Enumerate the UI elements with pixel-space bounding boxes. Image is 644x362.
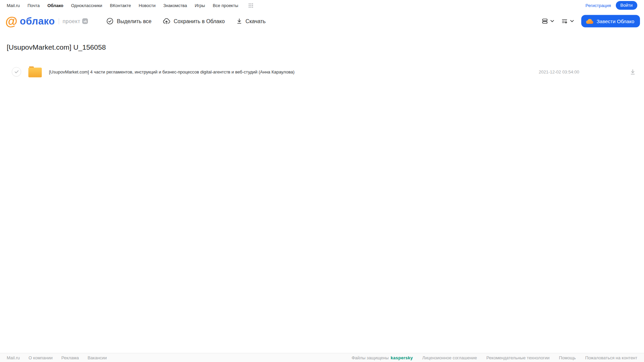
page-title: [UsupovMarket.com] U_156058 (7, 43, 644, 51)
cloud-upload-icon (163, 18, 170, 25)
cloud-logo[interactable]: @ облако проект vk (5, 15, 88, 28)
footer-link-license[interactable]: Лицензионное соглашение (422, 355, 477, 360)
topnav-cloud[interactable]: Облако (47, 3, 63, 8)
chevron-down-icon (570, 20, 574, 22)
footer-link-ads[interactable]: Реклама (61, 355, 79, 360)
protected-label: Файлы защищены (352, 355, 389, 360)
topnav-games[interactable]: Игры (195, 3, 205, 8)
check-circle-icon (106, 18, 113, 25)
portal-topbar: Mail.ru Почта Облако Одноклассники ВКонт… (0, 0, 644, 9)
topnav-all-projects[interactable]: Все проекты (213, 3, 238, 8)
download-button[interactable]: Скачать (236, 18, 266, 24)
footer-link-about[interactable]: О компании (29, 355, 53, 360)
registration-link[interactable]: Регистрация (586, 3, 611, 8)
files-protected-note: Файлы защищены kaspersky (352, 355, 413, 360)
topnav-mail[interactable]: Почта (28, 3, 40, 8)
topnav-news[interactable]: Новости (139, 3, 155, 8)
portal-nav: Mail.ru Почта Облако Одноклассники ВКонт… (7, 3, 253, 8)
header: @ облако проект vk Выделить все (0, 11, 644, 31)
footer-link-report-content[interactable]: Пожаловаться на контент (585, 355, 637, 360)
download-label: Скачать (246, 18, 266, 24)
topnav-dating[interactable]: Знакомства (163, 3, 187, 8)
cloud-icon (586, 18, 594, 24)
topbar-auth: Регистрация Войти (586, 1, 637, 10)
footer-link-mailru[interactable]: Mail.ru (7, 355, 20, 360)
file-list: [UsupovMarket.com] 4 части регламентов, … (0, 65, 644, 79)
footer: Mail.ru О компании Реклама Вакансии Файл… (0, 353, 644, 362)
check-icon (14, 70, 19, 73)
topnav-vkontakte[interactable]: ВКонтакте (110, 3, 131, 8)
download-icon (236, 18, 242, 24)
topnav-odnoklassniki[interactable]: Одноклассники (71, 3, 102, 8)
file-name: [UsupovMarket.com] 4 части регламентов, … (49, 69, 539, 74)
project-label: проект (62, 18, 80, 24)
select-all-button[interactable]: Выделить все (106, 18, 151, 25)
vk-badge-icon: vk (82, 18, 88, 24)
view-mode-dropdown[interactable] (542, 18, 554, 24)
file-date: 2021-12-02 03:54:00 (539, 69, 579, 74)
login-button[interactable]: Войти (616, 1, 637, 10)
logo-divider (59, 18, 59, 24)
save-to-cloud-button[interactable]: Сохранить в Облако (163, 18, 225, 25)
footer-link-jobs[interactable]: Вакансии (88, 355, 107, 360)
kaspersky-logo: kaspersky (391, 355, 413, 360)
select-all-label: Выделить все (117, 18, 151, 24)
sort-dropdown[interactable] (561, 18, 574, 24)
get-cloud-label: Завести Облако (597, 18, 634, 24)
sort-icon (561, 18, 568, 24)
folder-icon (28, 66, 42, 77)
save-to-cloud-label: Сохранить в Облако (174, 18, 225, 24)
apps-grid-icon[interactable] (249, 3, 253, 8)
view-mode-icon (542, 18, 548, 24)
logo-wordmark: облако (20, 16, 55, 27)
footer-link-recommendation-tech[interactable]: Рекомендательные технологии (486, 355, 549, 360)
footer-link-help[interactable]: Помощь (559, 355, 576, 360)
row-download-icon[interactable] (630, 69, 636, 75)
row-checkbox[interactable] (12, 67, 21, 76)
chevron-down-icon (550, 20, 554, 22)
topnav-mailru[interactable]: Mail.ru (7, 3, 20, 8)
actions-toolbar: Выделить все Сохранить в Облако Скачат (106, 18, 266, 25)
footer-right-links: Файлы защищены kaspersky Лицензионное со… (352, 355, 637, 360)
at-logo-icon: @ (5, 15, 17, 28)
header-right-controls: Завести Облако (542, 15, 640, 28)
get-cloud-button[interactable]: Завести Облако (581, 15, 640, 28)
footer-left-links: Mail.ru О компании Реклама Вакансии (7, 355, 107, 360)
file-row[interactable]: [UsupovMarket.com] 4 части регламентов, … (0, 65, 644, 79)
